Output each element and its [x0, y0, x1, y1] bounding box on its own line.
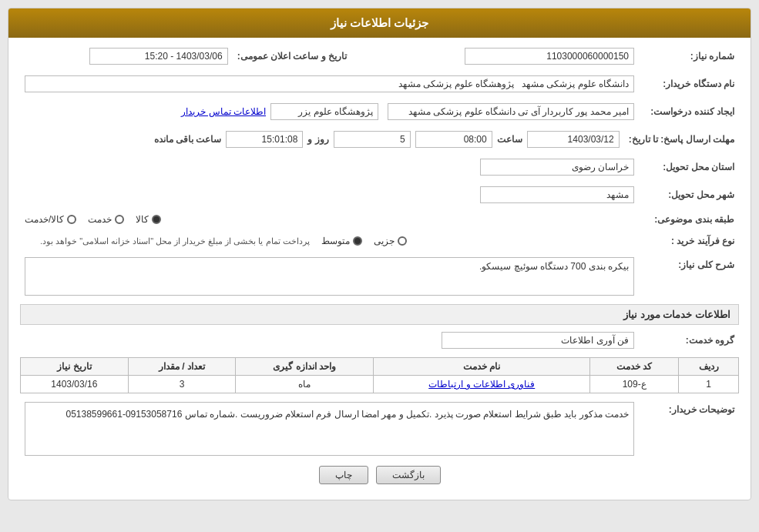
description-value: بیکره بندی 700 دستگاه سوئیچ سیسکو. — [25, 257, 634, 296]
deadline-days-label: روز و — [307, 134, 328, 145]
page-container: جزئیات اطلاعات نیاز شماره نیاز: 11030000… — [0, 0, 759, 532]
province-row: استان محل تحویل: خراسان رضوی — [20, 156, 739, 178]
col-quantity: تعداد / مقدار — [128, 358, 236, 376]
deadline-remaining-label: ساعت باقی مانده — [154, 134, 222, 145]
deadline-days: 5 — [400, 134, 405, 145]
button-row: بازگشت چاپ — [20, 466, 739, 492]
announce-datetime-value: 1403/03/06 - 15:20 — [20, 45, 233, 67]
cell-name[interactable]: فناوری اطلاعات و ارتباطات — [374, 376, 590, 393]
card-body: شماره نیاز: 1103000060000150 تاریخ و ساع… — [8, 38, 751, 500]
service-group-label: گروه خدمت: — [639, 330, 739, 351]
buyer-org-label: نام دستگاه خریدار: — [639, 73, 739, 95]
description-row: شرح کلی نیاز: بیکره بندی 700 دستگاه سوئی… — [20, 255, 739, 298]
back-button[interactable]: بازگشت — [376, 466, 441, 484]
purchase-note: پرداخت تمام یا بخشی از مبلغ خریدار از مح… — [40, 236, 310, 246]
print-button[interactable]: چاپ — [319, 466, 368, 484]
main-card: جزئیات اطلاعات نیاز شماره نیاز: 11030000… — [8, 8, 751, 500]
requester-row: ایجاد کننده درخواست: امیر محمد پور کاربر… — [20, 101, 739, 122]
radio-partial[interactable]: جزیی — [374, 236, 407, 246]
page-title: جزئیات اطلاعات نیاز — [331, 16, 428, 29]
col-date: تاریخ نیاز — [21, 358, 129, 376]
radio-goods-service[interactable]: کالا/خدمت — [25, 214, 76, 225]
page-header: جزئیات اطلاعات نیاز — [8, 8, 751, 38]
purchase-type-row: نوع فرآیند خرید : پرداخت تمام یا بخشی از… — [20, 233, 739, 249]
cell-unit: ماه — [236, 376, 374, 393]
requester-label: ایجاد کننده درخواست: — [639, 101, 739, 122]
category-row: طبقه بندی موضوعی: کالا/خدمت خدمت — [20, 212, 739, 227]
radio-service[interactable]: خدمت — [88, 214, 124, 225]
service-group-value: فن آوری اطلاعات — [561, 335, 629, 346]
cell-code: ع-109 — [590, 376, 679, 393]
purchase-type-label: نوع فرآیند خرید : — [639, 233, 739, 249]
buyer-org-value: دانشگاه علوم پزشکی مشهد — [522, 79, 629, 89]
category-label: طبقه بندی موضوعی: — [639, 212, 739, 227]
service-group-row: گروه خدمت: فن آوری اطلاعات — [20, 330, 739, 351]
city-row: شهر محل تحویل: مشهد — [20, 184, 739, 206]
need-number-label: شماره نیاز: — [639, 45, 739, 67]
requester-value: امیر محمد پور کاربردار آی تی دانشگاه علو… — [408, 106, 629, 117]
col-row-num: ردیف — [679, 358, 739, 376]
province-value: خراسان رضوی — [572, 162, 629, 172]
province-label: استان محل تحویل: — [639, 156, 739, 178]
buyer-org-sub: پژوهشگاه علوم پزشکی مشهد — [398, 79, 514, 89]
deadline-date: 1403/03/12 — [568, 134, 614, 145]
need-number-value: 1103000060000150 — [382, 45, 639, 67]
col-service-name: نام خدمت — [374, 358, 590, 376]
buyer-notes-value: خدمت مذکور باید طبق شرایط استعلام صورت پ… — [25, 402, 634, 456]
deadline-time-label: ساعت — [497, 134, 522, 145]
table-row: 1 ع-109 فناوری اطلاعات و ارتباطات ماه 3 … — [21, 376, 739, 393]
services-table: ردیف کد خدمت نام خدمت واحد اندازه گیری ت… — [20, 357, 739, 393]
cell-row: 1 — [679, 376, 739, 393]
cell-date: 1403/03/16 — [21, 376, 129, 393]
contact-link[interactable]: اطلاعات تماس خریدار — [181, 106, 266, 117]
deadline-row: مهلت ارسال پاسخ: تا تاریخ: 1403/03/12 سا… — [20, 129, 739, 150]
description-label: شرح کلی نیاز: — [639, 255, 739, 298]
services-section-title: اطلاعات خدمات مورد نیاز — [20, 304, 739, 325]
radio-goods[interactable]: کالا — [136, 214, 161, 225]
announce-datetime-label: تاریخ و ساعت اعلان عمومی: — [233, 45, 351, 67]
requester-org: پژوهشگاه علوم یزر — [298, 106, 373, 117]
deadline-time: 08:00 — [464, 134, 487, 145]
buyer-notes-label: توضیحات خریدار: — [639, 400, 739, 458]
deadline-remaining: 15:01:08 — [262, 134, 298, 145]
city-label: شهر محل تحویل: — [639, 184, 739, 206]
buyer-notes-row: توضیحات خریدار: خدمت مذکور باید طبق شرای… — [20, 400, 739, 458]
cell-quantity: 3 — [128, 376, 236, 393]
need-number-row: شماره نیاز: 1103000060000150 تاریخ و ساع… — [20, 45, 739, 67]
city-value: مشهد — [606, 189, 629, 200]
buyer-org-row: نام دستگاه خریدار: دانشگاه علوم پزشکی مش… — [20, 73, 739, 95]
radio-medium[interactable]: متوسط — [321, 236, 362, 246]
col-service-code: کد خدمت — [590, 358, 679, 376]
deadline-label: مهلت ارسال پاسخ: تا تاریخ: — [624, 129, 739, 150]
col-unit: واحد اندازه گیری — [236, 358, 374, 376]
